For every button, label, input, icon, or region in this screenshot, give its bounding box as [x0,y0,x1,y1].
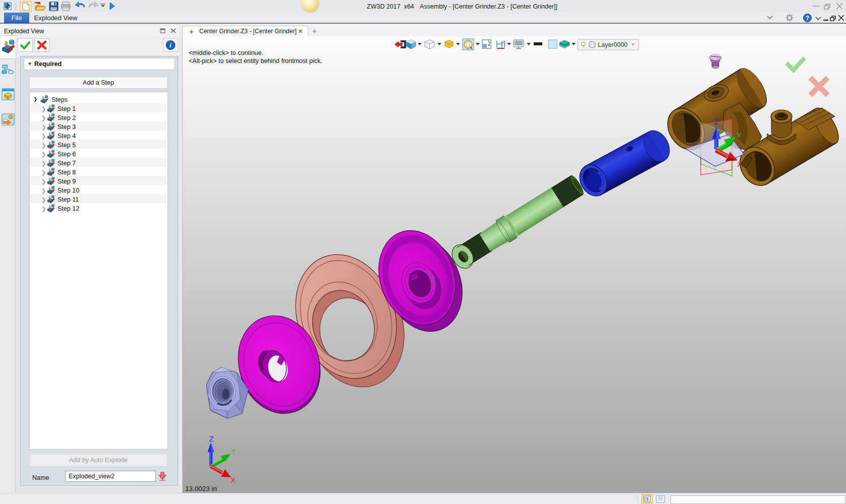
svg-text:X: X [737,160,742,168]
svg-text:i: i [170,41,172,49]
svg-text:13.0023 in: 13.0023 in [185,485,217,492]
svg-text:Y: Y [231,447,236,456]
svg-text:Y: Y [737,131,742,139]
svg-text:Z: Z [714,117,718,126]
svg-text:?: ? [806,15,809,22]
svg-text:Layer0000: Layer0000 [598,41,628,48]
svg-text:Z: Z [209,434,213,443]
svg-text:X: X [231,476,236,484]
